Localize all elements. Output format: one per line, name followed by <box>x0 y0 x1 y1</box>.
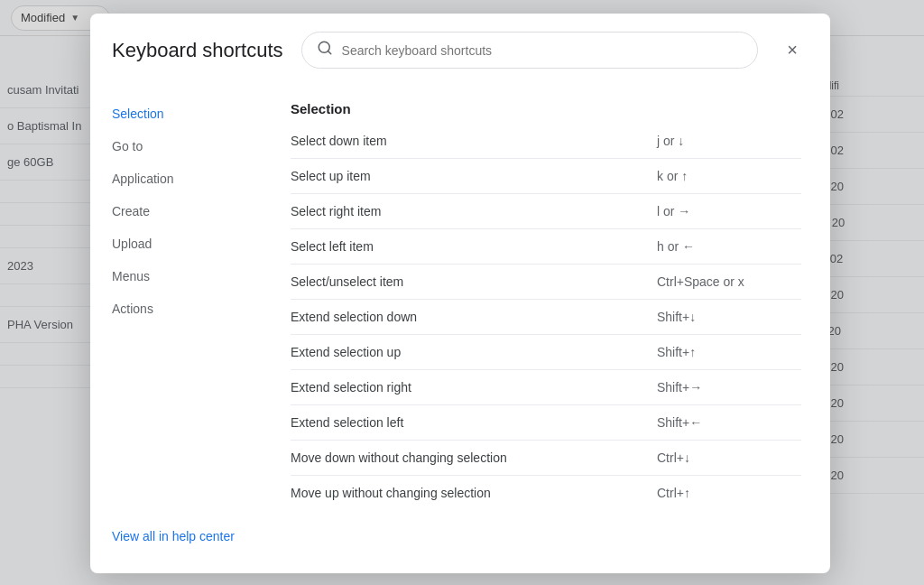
search-box[interactable] <box>301 32 758 69</box>
shortcut-key-6: Shift+↑ <box>657 345 801 359</box>
shortcut-name-10: Move up without changing selection <box>291 486 657 500</box>
sidebar-item-label: Application <box>112 172 174 186</box>
sidebar-item-actions[interactable]: Actions <box>90 292 262 325</box>
shortcut-name-7: Extend selection right <box>291 380 657 395</box>
shortcut-name-9: Move down without changing selection <box>291 450 657 465</box>
shortcut-key-9: Ctrl+↓ <box>657 450 801 465</box>
sidebar-item-create[interactable]: Create <box>90 195 262 228</box>
search-icon <box>317 40 333 60</box>
shortcut-row-8: Extend selection left Shift+← <box>291 405 801 441</box>
shortcut-key-10: Ctrl+↑ <box>657 486 801 500</box>
shortcut-name-3: Select left item <box>291 239 657 254</box>
shortcut-name-4: Select/unselect item <box>291 274 657 289</box>
shortcut-name-6: Extend selection up <box>291 345 657 359</box>
shortcut-key-4: Ctrl+Space or x <box>657 274 801 289</box>
shortcut-key-8: Shift+← <box>657 415 801 430</box>
shortcut-row-2: Select right item l or → <box>291 194 801 229</box>
shortcut-row-0: Select down item j or ↓ <box>291 124 801 159</box>
close-button[interactable]: × <box>776 34 808 67</box>
sidebar-footer: View all in help center <box>90 514 262 559</box>
sidebar-item-application[interactable]: Application <box>90 162 262 195</box>
sidebar: Selection Go to Application Create Uploa… <box>90 83 262 573</box>
sidebar-item-label: Selection <box>112 107 164 121</box>
sidebar-item-label: Actions <box>112 302 153 316</box>
search-input[interactable] <box>342 43 743 58</box>
shortcut-name-8: Extend selection left <box>291 415 657 430</box>
shortcut-row-5: Extend selection down Shift+↓ <box>291 300 801 335</box>
shortcut-row-4: Select/unselect item Ctrl+Space or x <box>291 265 801 300</box>
sidebar-item-selection[interactable]: Selection <box>90 98 262 130</box>
svg-line-1 <box>328 51 330 53</box>
sidebar-item-goto[interactable]: Go to <box>90 130 262 162</box>
close-icon: × <box>787 40 798 60</box>
shortcut-row-9: Move down without changing selection Ctr… <box>291 441 801 476</box>
sidebar-item-label: Menus <box>112 269 150 283</box>
dialog-header: Keyboard shortcuts × <box>90 14 830 83</box>
shortcut-key-1: k or ↑ <box>657 169 801 183</box>
shortcut-key-7: Shift+→ <box>657 380 801 395</box>
shortcut-key-2: l or → <box>657 204 801 218</box>
shortcuts-content: Selection Select down item j or ↓ Select… <box>262 83 830 573</box>
section-title: Selection <box>291 101 801 116</box>
help-center-link[interactable]: View all in help center <box>112 529 235 543</box>
shortcut-name-0: Select down item <box>291 134 657 148</box>
shortcut-row-10: Move up without changing selection Ctrl+… <box>291 476 801 510</box>
sidebar-item-menus[interactable]: Menus <box>90 260 262 292</box>
shortcut-name-1: Select up item <box>291 169 657 183</box>
shortcut-key-5: Shift+↓ <box>657 310 801 324</box>
shortcut-key-3: h or ← <box>657 239 801 254</box>
sidebar-item-label: Upload <box>112 237 152 251</box>
shortcut-row-6: Extend selection up Shift+↑ <box>291 335 801 370</box>
shortcut-row-3: Select left item h or ← <box>291 229 801 265</box>
dialog-body: Selection Go to Application Create Uploa… <box>90 83 830 573</box>
sidebar-item-upload[interactable]: Upload <box>90 228 262 260</box>
shortcut-name-2: Select right item <box>291 204 657 218</box>
shortcut-row-7: Extend selection right Shift+→ <box>291 370 801 405</box>
shortcut-name-5: Extend selection down <box>291 310 657 324</box>
shortcut-key-0: j or ↓ <box>657 134 801 148</box>
dialog-title: Keyboard shortcuts <box>112 39 283 62</box>
shortcut-row-1: Select up item k or ↑ <box>291 159 801 194</box>
keyboard-shortcuts-dialog: Keyboard shortcuts × Selection Go to <box>90 14 830 573</box>
sidebar-item-label: Create <box>112 204 150 218</box>
sidebar-item-label: Go to <box>112 139 143 153</box>
